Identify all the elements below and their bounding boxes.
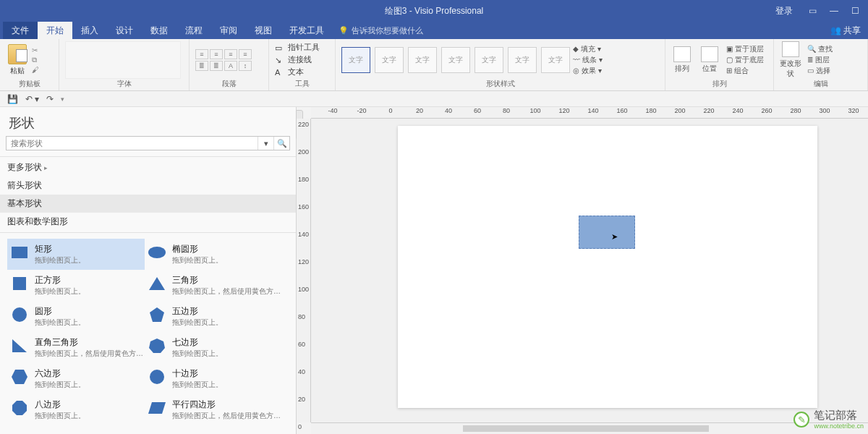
style-swatch[interactable]: 文字 [441, 47, 470, 73]
select-button[interactable]: ▭选择 [807, 66, 833, 76]
title-bar: 绘图3 - Visio Professional 登录 ▭ — ☐ [0, 0, 868, 22]
svg-marker-7 [149, 339, 165, 353]
shape-name: 六边形 [35, 367, 85, 380]
group-button[interactable]: ⊞组合 [726, 66, 764, 76]
connector-tool[interactable]: ↘连接线 [275, 54, 320, 65]
quick-access-toolbar: 💾 ↶ ▾ ↷ ▾ [0, 91, 868, 107]
layer-button[interactable]: ≣图层 [807, 55, 833, 65]
tab-view[interactable]: 视图 [246, 22, 281, 39]
style-swatch[interactable]: 文字 [508, 47, 537, 73]
find-button[interactable]: 🔍查找 [807, 44, 833, 54]
ruler-tick: 180 [298, 176, 309, 183]
search-dropdown-icon[interactable]: ▾ [258, 137, 273, 150]
ruler-tick: 100 [298, 286, 309, 293]
tab-home[interactable]: 开始 [38, 22, 72, 39]
ruler-tick: 300 [819, 107, 830, 114]
send-back-button[interactable]: ▢置于底层 [726, 55, 764, 65]
rectangle-shape[interactable]: ➤ [579, 216, 635, 249]
ruler-tick: 20 [298, 396, 305, 403]
undo-icon[interactable]: ↶ ▾ [25, 94, 39, 104]
shape-hint: 拖到绘图页上，然后使用黄色方形... [172, 411, 281, 421]
search-icon[interactable]: 🔍 [273, 137, 289, 150]
drawing-canvas[interactable]: ➤ [311, 119, 868, 422]
fill-button[interactable]: ◆填充▾ [573, 44, 603, 54]
ribbon-display-icon[interactable]: ▭ [809, 6, 817, 16]
style-swatch[interactable]: 文字 [341, 47, 370, 73]
stencil-basic[interactable]: 基本形状 [0, 195, 296, 213]
bring-front-button[interactable]: ▣置于顶层 [726, 44, 764, 54]
shape-item-十边形[interactable]: 十边形拖到绘图页上。 [145, 363, 282, 394]
shape-name: 平行四边形 [172, 399, 281, 411]
shape-item-椭圆形[interactable]: 椭圆形拖到绘图页上。 [145, 239, 282, 270]
shape-item-八边形[interactable]: 八边形拖到绘图页上。 [7, 394, 145, 425]
style-swatch[interactable]: 文字 [475, 47, 503, 73]
tab-developer[interactable]: 开发工具 [281, 22, 333, 39]
cursor-icon: ➤ [611, 232, 618, 242]
sort-icon [673, 46, 691, 62]
canvas-area: ◂ -40-2002040608010012014016018020022024… [297, 107, 868, 434]
copy-icon[interactable]: ⧉ [32, 56, 39, 64]
format-painter-icon[interactable]: 🖌 [32, 66, 39, 74]
style-swatch[interactable]: 文字 [375, 47, 404, 73]
paragraph-controls[interactable]: ≡≡≡≡ ≣≣A↕ [195, 49, 262, 71]
shape-item-六边形[interactable]: 六边形拖到绘图页上。 [7, 363, 145, 394]
style-swatch[interactable]: 文字 [541, 47, 570, 73]
shapes-title: 形状 [0, 107, 296, 136]
tab-data[interactable]: 数据 [142, 22, 176, 39]
position-icon [701, 46, 718, 62]
search-input[interactable] [7, 137, 258, 150]
sort-button[interactable]: 排列 [671, 46, 693, 74]
save-icon[interactable]: 💾 [7, 94, 18, 104]
tab-file[interactable]: 文件 [3, 22, 38, 39]
tab-design[interactable]: 设计 [107, 22, 142, 39]
stencil-more[interactable]: 更多形状 [0, 158, 296, 176]
login-link[interactable]: 登录 [775, 5, 793, 17]
lightbulb-icon: 💡 [339, 26, 349, 35]
cut-icon[interactable]: ✂ [32, 46, 39, 54]
group-font-label: 字体 [65, 79, 183, 90]
pointer-tool[interactable]: ▭指针工具 [275, 42, 320, 53]
tab-insert[interactable]: 插入 [72, 22, 107, 39]
tell-me-search[interactable]: 💡 告诉我你想要做什么 [339, 22, 423, 39]
ruler-tick: 200 [298, 148, 309, 156]
paste-button[interactable]: 粘贴 [6, 44, 29, 76]
shape-styles-gallery[interactable]: 文字 文字 文字 文字 文字 文字 文字 [341, 47, 570, 73]
ruler-tick: 80 [298, 313, 305, 320]
shape-icon [10, 336, 29, 355]
position-button[interactable]: 位置 [699, 46, 720, 74]
back-icon: ▢ [726, 56, 733, 64]
stencil-chart[interactable]: 图表和数学图形 [0, 213, 296, 231]
svg-marker-5 [150, 307, 164, 322]
watermark: ✎ 笔记部落 www.notetribe.cn [793, 409, 864, 430]
shape-item-平行四边形[interactable]: 平行四边形拖到绘图页上，然后使用黄色方形... [145, 394, 282, 425]
text-tool[interactable]: A文本 [275, 67, 320, 77]
ruler-tick: 260 [761, 107, 772, 114]
shape-name: 椭圆形 [172, 243, 223, 255]
tab-process[interactable]: 流程 [176, 22, 211, 39]
shapes-search: ▾ 🔍 [6, 136, 290, 150]
shape-item-圆形[interactable]: 圆形拖到绘图页上。 [7, 301, 145, 332]
svg-marker-8 [12, 370, 27, 384]
maximize-icon[interactable]: ☐ [851, 6, 859, 16]
shape-item-五边形[interactable]: 五边形拖到绘图页上。 [145, 301, 282, 332]
shape-item-三角形[interactable]: 三角形拖到绘图页上，然后使用黄色方形... [145, 270, 282, 301]
tab-review[interactable]: 审阅 [211, 22, 246, 39]
minimize-icon[interactable]: — [830, 6, 838, 16]
svg-marker-11 [148, 402, 166, 414]
qat-customize-icon[interactable]: ▾ [61, 95, 64, 103]
shape-item-七边形[interactable]: 七边形拖到绘图页上。 [145, 332, 282, 363]
effects-button[interactable]: ◎效果▾ [573, 66, 603, 76]
page[interactable]: ➤ [398, 126, 817, 408]
change-shape-button[interactable]: 更改形状 [780, 41, 801, 79]
share-button[interactable]: 👥 共享 [823, 22, 868, 39]
horizontal-scrollbar[interactable] [311, 422, 868, 434]
style-swatch[interactable]: 文字 [408, 47, 437, 73]
shape-item-正方形[interactable]: 正方形拖到绘图页上。 [7, 270, 145, 301]
font-controls[interactable] [65, 41, 181, 79]
group-arrange-label: 排列 [671, 79, 767, 90]
stencil-arrow[interactable]: 箭头形状 [0, 176, 296, 195]
line-button[interactable]: 〰线条▾ [573, 55, 603, 65]
shape-item-直角三角形[interactable]: 直角三角形拖到绘图页上，然后使用黄色方形... [7, 332, 145, 363]
shape-item-矩形[interactable]: 矩形拖到绘图页上。 [7, 239, 145, 270]
redo-icon[interactable]: ↷ [46, 94, 54, 104]
